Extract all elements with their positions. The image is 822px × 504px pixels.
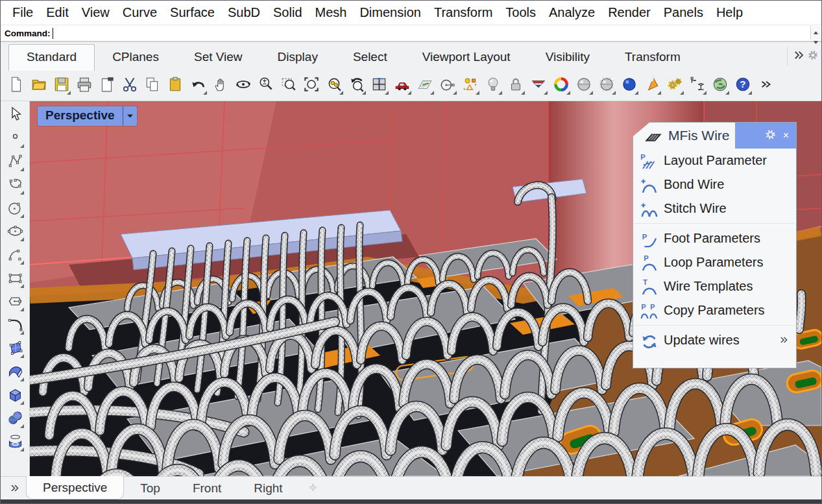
view-undo-button[interactable]	[348, 77, 366, 95]
color-wheel-button[interactable]	[552, 77, 570, 95]
panel-item-wire-templates[interactable]: T Wire Templates	[633, 274, 796, 298]
render-grid-button[interactable]	[598, 77, 616, 95]
cplane-button[interactable]	[416, 77, 434, 95]
named-view-button[interactable]	[393, 77, 411, 95]
curve-control-tool-button[interactable]	[6, 153, 24, 171]
menu-item-dimension[interactable]: Dimension	[353, 3, 427, 22]
surface-curve-tool-button[interactable]	[6, 363, 24, 381]
zoom-extents-button[interactable]	[302, 77, 320, 95]
arc-tool-button[interactable]	[6, 246, 24, 265]
toolbar-tab-cplanes[interactable]: CPlanes	[95, 45, 176, 71]
zoom-button[interactable]	[257, 77, 275, 95]
rotate-view-button[interactable]	[234, 77, 252, 95]
panel-item-foot-parameters[interactable]: P Foot Parameters	[633, 226, 796, 250]
viewport-title-label[interactable]: Perspective	[38, 106, 123, 126]
menu-item-tools[interactable]: Tools	[499, 3, 542, 22]
polygon-tool-button[interactable]	[6, 293, 24, 311]
toolbar-tab-set-view[interactable]: Set View	[176, 45, 260, 71]
rectangle-tool-button[interactable]	[6, 270, 24, 288]
viewport-layout-button[interactable]	[370, 77, 389, 95]
spin-down-icon[interactable]	[813, 37, 819, 47]
menu-item-view[interactable]: View	[75, 3, 116, 22]
undo-button[interactable]	[189, 77, 207, 95]
dimension-button[interactable]	[688, 77, 707, 95]
viewport-tab-front[interactable]: Front	[176, 477, 237, 499]
viewport-tab-perspective[interactable]: Perspective	[26, 476, 124, 499]
circle-radius-button[interactable]	[439, 77, 457, 95]
surface-corner-tool-button[interactable]	[6, 340, 24, 358]
export-button[interactable]	[98, 77, 116, 95]
viewport-tab-right[interactable]: Right	[237, 477, 298, 499]
menu-item-edit[interactable]: Edit	[40, 3, 75, 22]
viewport-tab-top[interactable]: Top	[124, 477, 176, 499]
sidebar-more-chevron-icon[interactable]	[8, 477, 26, 499]
print-button[interactable]	[75, 77, 93, 95]
circle-tool-button[interactable]	[6, 200, 24, 218]
add-viewport-tab-button[interactable]	[299, 477, 327, 499]
gumball-button[interactable]	[461, 77, 479, 95]
menu-item-file[interactable]: File	[6, 3, 40, 22]
viewport-perspective[interactable]: Perspective MFis Wire ×	[30, 101, 821, 476]
toolbar-tab-visibility[interactable]: Visibility	[528, 45, 607, 71]
command-history-spinner[interactable]	[810, 26, 821, 40]
earth-button[interactable]	[711, 77, 729, 95]
toolbar-tab-viewport-layout[interactable]: Viewport Layout	[405, 45, 528, 71]
menu-item-transform[interactable]: Transform	[428, 3, 499, 22]
toolbar-tab-transform[interactable]: Transform	[607, 45, 698, 71]
cut-button[interactable]	[121, 77, 139, 95]
lamp-button[interactable]	[484, 77, 502, 95]
viewport-title[interactable]: Perspective	[38, 106, 137, 126]
render-sphere-button[interactable]	[575, 77, 593, 95]
viewport-title-dropdown[interactable]	[123, 106, 137, 126]
pan-button[interactable]	[212, 77, 230, 95]
tab-settings-gear-icon[interactable]	[807, 49, 819, 64]
revolve-tool-button[interactable]	[6, 433, 24, 451]
menu-item-mesh[interactable]: Mesh	[309, 3, 354, 22]
panel-item-flyout-chevron-icon[interactable]	[779, 333, 788, 348]
more-button[interactable]	[756, 77, 775, 95]
curve-interpolate-tool-button[interactable]	[6, 176, 24, 195]
box-tool-button[interactable]	[6, 387, 24, 405]
panel-item-bond-wire[interactable]: Bond Wire	[633, 173, 796, 197]
spotlight-button[interactable]	[643, 77, 661, 95]
zoom-window-button[interactable]	[280, 77, 298, 95]
mfis-wire-panel-header[interactable]: MFis Wire ×	[633, 123, 796, 149]
menu-item-curve[interactable]: Curve	[116, 3, 163, 22]
menu-item-analyze[interactable]: Analyze	[542, 3, 601, 22]
paste-button[interactable]	[166, 77, 184, 95]
save-button[interactable]	[53, 77, 71, 95]
panel-item-update-wires[interactable]: Update wires	[633, 328, 796, 352]
spin-up-icon[interactable]	[813, 27, 819, 37]
panel-close-icon[interactable]: ×	[782, 129, 790, 142]
point-tool-button[interactable]	[6, 130, 24, 148]
layer-state-button[interactable]	[529, 77, 548, 95]
tab-overflow-chevron-icon[interactable]	[793, 49, 804, 64]
sphere-tool-button[interactable]	[6, 410, 24, 428]
lock-button[interactable]	[507, 77, 525, 95]
fillet-tool-button[interactable]	[6, 317, 24, 335]
copy-button[interactable]	[143, 77, 162, 95]
select-tool-button[interactable]	[6, 106, 24, 125]
panel-item-stitch-wire[interactable]: Stitch Wire	[633, 197, 796, 221]
menu-item-surface[interactable]: Surface	[163, 3, 221, 22]
render-shaded-button[interactable]	[620, 77, 638, 95]
toolbar-tab-display[interactable]: Display	[260, 45, 335, 71]
menu-item-solid[interactable]: Solid	[267, 3, 308, 22]
menu-item-render[interactable]: Render	[601, 3, 657, 22]
menu-item-subd[interactable]: SubD	[221, 3, 267, 22]
menu-item-help[interactable]: Help	[710, 3, 749, 22]
command-bar[interactable]: Command:	[1, 25, 821, 42]
open-file-button[interactable]	[30, 77, 48, 95]
zoom-selected-button[interactable]	[325, 77, 343, 95]
ellipse-tool-button[interactable]	[6, 223, 24, 241]
panel-gear-icon[interactable]	[764, 128, 777, 143]
panel-item-layout-parameter[interactable]: P Layout Parameter	[633, 149, 796, 173]
options-button[interactable]	[666, 77, 684, 95]
menu-item-panels[interactable]: Panels	[657, 3, 710, 22]
help-button[interactable]: ?	[734, 77, 752, 95]
panel-item-copy-parameters[interactable]: PP Copy Parameters	[633, 298, 796, 322]
new-file-button[interactable]	[7, 77, 25, 95]
toolbar-tab-select[interactable]: Select	[335, 45, 405, 71]
toolbar-tab-standard[interactable]: Standard	[8, 44, 95, 71]
panel-item-loop-parameters[interactable]: P Loop Parameters	[633, 250, 796, 274]
